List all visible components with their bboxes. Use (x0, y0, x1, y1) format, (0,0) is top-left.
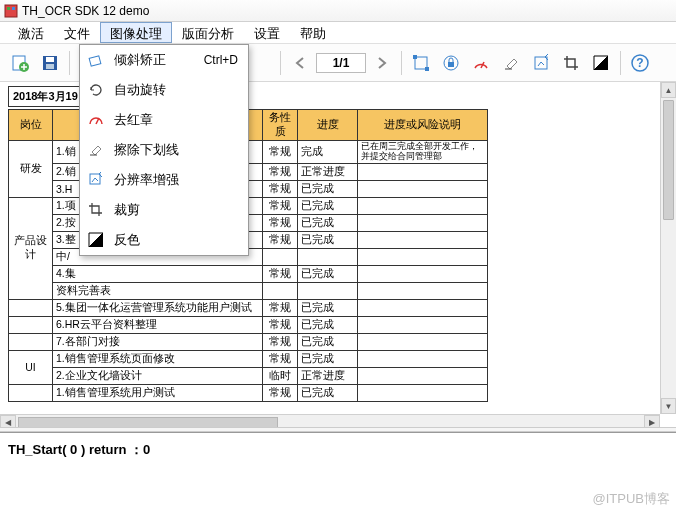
crop-tool-icon[interactable] (557, 49, 585, 77)
cell-risk (358, 350, 488, 367)
dropdown-item-skew[interactable]: 倾斜矫正 Ctrl+D (80, 45, 248, 75)
erase-tool-icon[interactable] (497, 49, 525, 77)
invert-icon (86, 230, 106, 250)
cell-prog: 已完成 (298, 316, 358, 333)
cell-type: 常规 (263, 265, 298, 282)
menu-settings[interactable]: 设置 (244, 22, 290, 43)
console-line: TH_Start( 0 ) return ：0 (8, 442, 150, 457)
cell-risk (358, 384, 488, 401)
cell-risk (358, 248, 488, 265)
cell-task: 1.销售管理系统用户测试 (53, 384, 263, 401)
svg-rect-22 (90, 174, 100, 184)
skew-icon (86, 50, 106, 70)
cell-prog: 正常进度 (298, 367, 358, 384)
cell-dept: UI (9, 350, 53, 384)
cell-prog (298, 282, 358, 299)
cell-type: 常规 (263, 333, 298, 350)
lock-icon[interactable] (437, 49, 465, 77)
page-indicator[interactable]: 1/1 (316, 53, 366, 73)
window-title: TH_OCR SDK 12 demo (22, 4, 149, 18)
svg-rect-10 (413, 55, 417, 59)
dropdown-item-erase[interactable]: 擦除下划线 (80, 135, 248, 165)
cell-risk (358, 265, 488, 282)
separator (69, 51, 70, 75)
svg-rect-13 (448, 62, 454, 67)
image-process-dropdown: 倾斜矫正 Ctrl+D 自动旋转 去红章 擦除下划线 分辨率增强 裁剪 反色 (79, 44, 249, 256)
footer-watermark: @ITPUB博客 (593, 490, 670, 508)
table-row: 7.各部门对接常规已完成 (9, 333, 488, 350)
dd-label: 去红章 (114, 111, 153, 129)
cell-dept (9, 316, 53, 333)
enhance-icon (86, 170, 106, 190)
cell-task: 5.集团一体化运营管理系统功能用户测试 (53, 299, 263, 316)
menu-file[interactable]: 文件 (54, 22, 100, 43)
cell-prog: 已完成 (298, 214, 358, 231)
zone-icon[interactable] (407, 49, 435, 77)
cell-prog: 正常进度 (298, 163, 358, 180)
dropdown-item-enhance[interactable]: 分辨率增强 (80, 165, 248, 195)
svg-rect-2 (12, 7, 15, 10)
cell-prog (298, 248, 358, 265)
cell-type: 常规 (263, 214, 298, 231)
scroll-down-icon[interactable]: ▼ (661, 398, 676, 414)
speed-icon[interactable] (467, 49, 495, 77)
separator (401, 51, 402, 75)
red-stamp-icon (86, 110, 106, 130)
col-type: 务性质 (263, 110, 298, 141)
add-icon[interactable] (6, 49, 34, 77)
svg-rect-0 (5, 5, 17, 17)
cell-task: 1.销售管理系统页面修改 (53, 350, 263, 367)
svg-rect-11 (425, 67, 429, 71)
cell-type: 常规 (263, 197, 298, 214)
help-icon[interactable]: ? (626, 49, 654, 77)
cell-type: 常规 (263, 384, 298, 401)
table-row: 5.集团一体化运营管理系统功能用户测试常规已完成 (9, 299, 488, 316)
menubar: 激活 文件 图像处理 版面分析 设置 帮助 (0, 22, 676, 44)
vertical-scrollbar[interactable]: ▲ ▼ (660, 82, 676, 414)
menu-activate[interactable]: 激活 (8, 22, 54, 43)
svg-rect-16 (535, 57, 547, 69)
cell-type: 常规 (263, 180, 298, 197)
cell-risk: 已在周三完成全部开发工作，并提交给合同管理部 (358, 141, 488, 164)
cell-type: 常规 (263, 163, 298, 180)
col-dept: 岗位 (9, 110, 53, 141)
cell-type: 常规 (263, 350, 298, 367)
save-icon[interactable] (36, 49, 64, 77)
cell-risk (358, 214, 488, 231)
cell-risk (358, 299, 488, 316)
cell-prog: 已完成 (298, 299, 358, 316)
dd-label: 倾斜矫正 (114, 51, 166, 69)
svg-rect-1 (7, 7, 10, 10)
separator (620, 51, 621, 75)
dd-shortcut: Ctrl+D (204, 53, 238, 67)
dropdown-item-rotate[interactable]: 自动旋转 (80, 75, 248, 105)
erase-icon (86, 140, 106, 160)
rotate-icon (86, 80, 106, 100)
menu-image-process[interactable]: 图像处理 (100, 22, 172, 43)
cell-prog: 已完成 (298, 333, 358, 350)
dropdown-item-crop[interactable]: 裁剪 (80, 195, 248, 225)
dropdown-item-redstamp[interactable]: 去红章 (80, 105, 248, 135)
dd-label: 裁剪 (114, 201, 140, 219)
enhance-tool-icon[interactable] (527, 49, 555, 77)
cell-risk (358, 197, 488, 214)
cell-type: 常规 (263, 141, 298, 164)
cell-type: 临时 (263, 367, 298, 384)
scroll-thumb-v[interactable] (663, 100, 674, 220)
cell-type (263, 282, 298, 299)
nav-prev-icon[interactable] (286, 49, 314, 77)
cell-type: 常规 (263, 299, 298, 316)
scroll-up-icon[interactable]: ▲ (661, 82, 676, 98)
menu-layout[interactable]: 版面分析 (172, 22, 244, 43)
cell-prog: 已完成 (298, 197, 358, 214)
nav-next-icon[interactable] (368, 49, 396, 77)
svg-rect-7 (46, 64, 54, 69)
table-row: 2.企业文化墙设计临时正常进度 (9, 367, 488, 384)
cell-prog: 已完成 (298, 265, 358, 282)
table-row: 1.销售管理系统用户测试常规已完成 (9, 384, 488, 401)
cell-prog: 已完成 (298, 384, 358, 401)
dropdown-item-invert[interactable]: 反色 (80, 225, 248, 255)
menu-help[interactable]: 帮助 (290, 22, 336, 43)
cell-task: 资料完善表 (53, 282, 263, 299)
invert-tool-icon[interactable] (587, 49, 615, 77)
